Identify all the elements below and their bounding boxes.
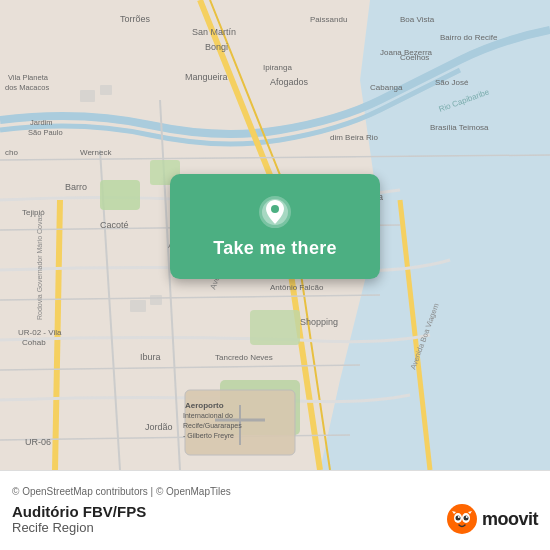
svg-point-59 — [447, 504, 477, 534]
svg-text:San Martín: San Martín — [192, 27, 236, 37]
svg-text:Antônio Falcão: Antônio Falcão — [270, 283, 324, 292]
svg-text:Recife/Guararapes: Recife/Guararapes — [183, 422, 242, 430]
svg-rect-2 — [100, 180, 140, 210]
svg-point-62 — [455, 516, 460, 521]
moovit-logo: moovit — [446, 503, 538, 535]
svg-text:Cacoté: Cacoté — [100, 220, 129, 230]
svg-text:Afogados: Afogados — [270, 77, 309, 87]
svg-text:Brasília Teimosa: Brasília Teimosa — [430, 123, 489, 132]
svg-text:- Gilberto Freyre: - Gilberto Freyre — [183, 432, 234, 440]
svg-text:Barro: Barro — [65, 182, 87, 192]
svg-text:São José: São José — [435, 78, 469, 87]
svg-text:Paissandu: Paissandu — [310, 15, 347, 24]
svg-text:Bongi: Bongi — [205, 42, 228, 52]
svg-text:Cohab: Cohab — [22, 338, 46, 347]
svg-text:Internacional do: Internacional do — [183, 412, 233, 419]
moovit-brand-name: moovit — [482, 509, 538, 530]
place-region: Recife Region — [12, 520, 146, 535]
map-attribution: © OpenStreetMap contributors | © OpenMap… — [12, 486, 538, 497]
take-me-there-button-label: Take me there — [213, 238, 337, 259]
svg-text:Torrões: Torrões — [120, 14, 151, 24]
svg-point-64 — [458, 516, 460, 518]
moovit-brand-icon — [446, 503, 478, 535]
svg-text:UR-02 - Vila: UR-02 - Vila — [18, 328, 62, 337]
place-row: Auditório FBV/FPS Recife Region moovit — [12, 503, 538, 535]
svg-text:Joana Bezerra: Joana Bezerra — [380, 48, 433, 57]
svg-text:Jardim: Jardim — [30, 118, 53, 127]
svg-text:Mangueira: Mangueira — [185, 72, 228, 82]
map-view: Ipsep Ibura Barro Cacoté Pina Shopping A… — [0, 0, 550, 470]
svg-text:Ibura: Ibura — [140, 352, 161, 362]
bottom-info-bar: © OpenStreetMap contributors | © OpenMap… — [0, 470, 550, 550]
svg-text:Ipiranga: Ipiranga — [263, 63, 292, 72]
svg-text:Tancredo Neves: Tancredo Neves — [215, 353, 273, 362]
svg-rect-8 — [100, 85, 112, 95]
location-pin-icon — [257, 194, 293, 230]
svg-text:Boa Vista: Boa Vista — [400, 15, 435, 24]
svg-text:Vila Planeta: Vila Planeta — [8, 73, 49, 82]
svg-text:Werneck: Werneck — [80, 148, 112, 157]
svg-text:Bairro do Recife: Bairro do Recife — [440, 33, 498, 42]
svg-text:São Paulo: São Paulo — [28, 128, 63, 137]
svg-text:Shopping: Shopping — [300, 317, 338, 327]
take-me-there-card[interactable]: Take me there — [170, 174, 380, 279]
svg-rect-7 — [80, 90, 95, 102]
svg-text:cho: cho — [5, 148, 18, 157]
svg-text:dos Macacos: dos Macacos — [5, 83, 49, 92]
svg-text:Aeroporto: Aeroporto — [185, 401, 224, 410]
svg-text:Cabanga: Cabanga — [370, 83, 403, 92]
svg-text:dim Beira Rio: dim Beira Rio — [330, 133, 379, 142]
svg-point-65 — [466, 516, 468, 518]
svg-text:UR-06: UR-06 — [25, 437, 51, 447]
svg-text:Jordão: Jordão — [145, 422, 173, 432]
svg-rect-4 — [250, 310, 300, 345]
svg-point-58 — [271, 205, 279, 213]
svg-point-63 — [463, 516, 468, 521]
place-name: Auditório FBV/FPS — [12, 503, 146, 520]
svg-text:Rodovia Governador Mário Covas: Rodovia Governador Mário Covas — [36, 214, 43, 320]
svg-rect-12 — [150, 295, 162, 305]
svg-rect-11 — [130, 300, 146, 312]
place-info: Auditório FBV/FPS Recife Region — [12, 503, 146, 535]
